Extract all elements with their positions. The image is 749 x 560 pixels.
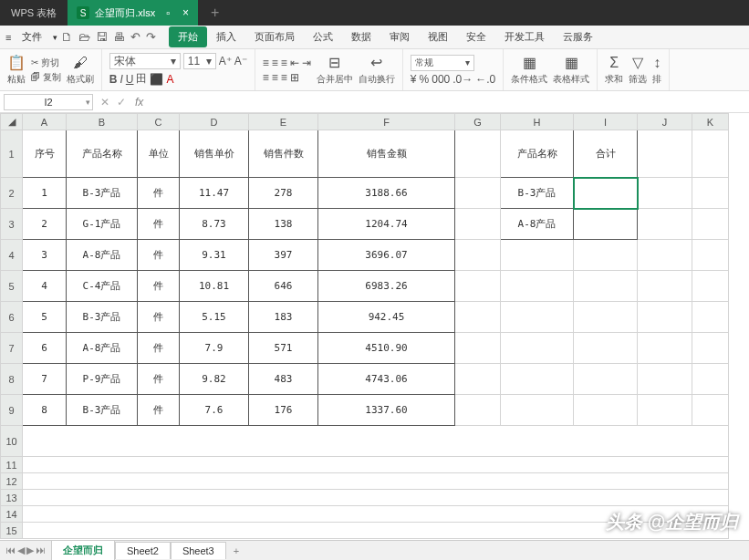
align-mid-icon[interactable]: ≡ [272,57,278,69]
formula-input[interactable] [149,94,749,110]
next-sheet-icon[interactable]: ▶ [26,544,34,556]
first-sheet-icon[interactable]: ⏮ [5,544,16,556]
tab-view[interactable]: 视图 [419,26,457,47]
select-all-corner[interactable]: ◢ [1,114,23,130]
italic-button[interactable]: I [120,73,122,86]
paste-button[interactable]: 📋粘贴 [7,54,26,86]
tab-dev[interactable]: 开发工具 [495,26,554,47]
row-header[interactable]: 1 [1,130,23,178]
dec-inc-icon[interactable]: .0→ [453,73,473,86]
fill-color-button[interactable]: ⬛ [150,73,163,86]
align-left-icon[interactable]: ≡ [263,71,269,84]
col-header[interactable]: I [574,114,638,130]
comma-icon[interactable]: 000 [432,73,450,86]
sheet-tab[interactable]: Sheet3 [171,542,226,559]
border-button[interactable]: 田 [136,71,147,87]
merge-center-button[interactable]: ⊟合并居中 [317,54,353,86]
add-sheet-button[interactable]: + [226,545,246,556]
document-tab[interactable]: S 企望而归.xlsx ▫ × [68,0,198,26]
align-center-icon[interactable]: ≡ [272,71,278,84]
brush-icon: 🖌 [73,55,88,71]
table-style-button[interactable]: ▦表格样式 [553,54,589,86]
sigma-icon: Σ [609,55,619,71]
fx-label[interactable]: fx [130,96,149,109]
bold-button[interactable]: B [109,73,118,86]
sheet-tab[interactable]: Sheet2 [115,542,171,559]
font-color-button[interactable]: A [166,73,173,86]
number-format-select[interactable]: 常规▾ [411,55,474,71]
last-sheet-icon[interactable]: ⏭ [36,544,46,556]
increase-font-icon[interactable]: A⁺ [219,55,232,67]
name-box[interactable]: I2▾ [4,94,93,110]
undo-icon[interactable]: ↶ [130,30,140,44]
dec-dec-icon[interactable]: ←.0 [475,73,495,86]
ribbon-tabs: 开始 插入 页面布局 公式 数据 审阅 视图 安全 开发工具 云服务 [169,26,602,47]
watermark: 头条 @企望而归 [606,510,738,534]
dropdown-icon[interactable]: ▾ [53,33,57,42]
new-icon[interactable]: 🗋 [61,30,73,44]
tab-start[interactable]: 开始 [169,26,207,47]
col-header[interactable]: J [638,114,692,130]
print-icon[interactable]: 🖶 [113,30,125,44]
col-header[interactable]: H [501,114,574,130]
underline-button[interactable]: U [126,73,134,86]
sum-button[interactable]: Σ求和 [605,55,623,86]
table-row: 11 [1,457,729,473]
copy-button[interactable]: 🗐 复制 [31,71,61,84]
sort-button[interactable]: ↕排 [652,55,661,86]
close-tab-icon[interactable]: × [182,6,189,19]
tab-review[interactable]: 审阅 [380,26,419,47]
font-name-select[interactable]: 宋体▾ [109,53,181,69]
spreadsheet-grid[interactable]: ◢ A B C D E F G H I J K 1 序号 产品名称 单位 销售单… [0,113,749,560]
menu-icon[interactable]: ≡ [5,32,11,43]
cut-button[interactable]: ✂ 剪切 [31,57,61,69]
merge-center-icon: ⊟ [328,54,340,71]
indent-dec-icon[interactable]: ⇤ [290,57,299,69]
wrap-text-button[interactable]: ↩自动换行 [359,54,395,86]
fx-cancel-icon[interactable]: ✕ [97,96,113,109]
col-header[interactable]: B [67,114,138,130]
tab-layout[interactable]: 页面布局 [245,26,304,47]
decrease-font-icon[interactable]: A⁻ [234,55,247,67]
open-icon[interactable]: 🗁 [78,30,90,44]
col-header[interactable]: E [249,114,318,130]
cond-format-button[interactable]: ▦条件格式 [511,54,547,86]
prev-sheet-icon[interactable]: ◀ [17,544,25,556]
paste-icon: 📋 [7,54,26,71]
selected-cell[interactable] [574,178,638,209]
table-row: 6 5B-3产品件5.15183942.45 [1,302,729,333]
col-header[interactable]: C [138,114,180,130]
merge-icon[interactable]: ⊞ [290,71,299,84]
redo-icon[interactable]: ↷ [146,30,156,44]
tab-formula[interactable]: 公式 [304,26,342,47]
new-tab-button[interactable]: + [198,5,232,21]
tab-cloud[interactable]: 云服务 [554,26,602,47]
tab-security[interactable]: 安全 [457,26,495,47]
percent-icon[interactable]: % [420,73,430,86]
tab-insert[interactable]: 插入 [207,26,245,47]
titlebar: WPS 表格 S 企望而归.xlsx ▫ × + [0,0,749,26]
menubar: ≡ 文件 ▾ 🗋 🗁 🖫 🖶 ↶ ↷ 开始 插入 页面布局 公式 数据 审阅 视… [0,26,749,49]
filter-button[interactable]: ▽筛选 [629,54,647,86]
sheet-tab[interactable]: 企望而归 [51,540,115,560]
table-row: 12 [1,473,729,490]
fx-confirm-icon[interactable]: ✓ [113,96,130,109]
align-top-icon[interactable]: ≡ [263,57,269,69]
col-header[interactable]: D [180,114,249,130]
document-filename: 企望而归.xlsx [95,6,155,20]
col-header[interactable]: F [318,114,455,130]
col-header[interactable]: K [692,114,729,130]
col-header[interactable]: G [455,114,501,130]
tab-menu-icon[interactable]: ▫ [166,7,170,18]
file-menu[interactable]: 文件 [15,28,49,46]
ribbon: 📋粘贴 ✂ 剪切 🗐 复制 🖌格式刷 宋体▾ 11▾ A⁺ A⁻ B I U 田… [0,49,749,91]
indent-inc-icon[interactable]: ⇥ [302,57,311,69]
col-header[interactable]: A [23,114,67,130]
tab-data[interactable]: 数据 [342,26,380,47]
align-bot-icon[interactable]: ≡ [281,57,287,69]
currency-icon[interactable]: ¥ [411,73,417,86]
font-size-select[interactable]: 11▾ [183,53,216,69]
format-painter-button[interactable]: 🖌格式刷 [67,55,94,86]
save-icon[interactable]: 🖫 [96,30,108,44]
align-right-icon[interactable]: ≡ [281,71,287,84]
